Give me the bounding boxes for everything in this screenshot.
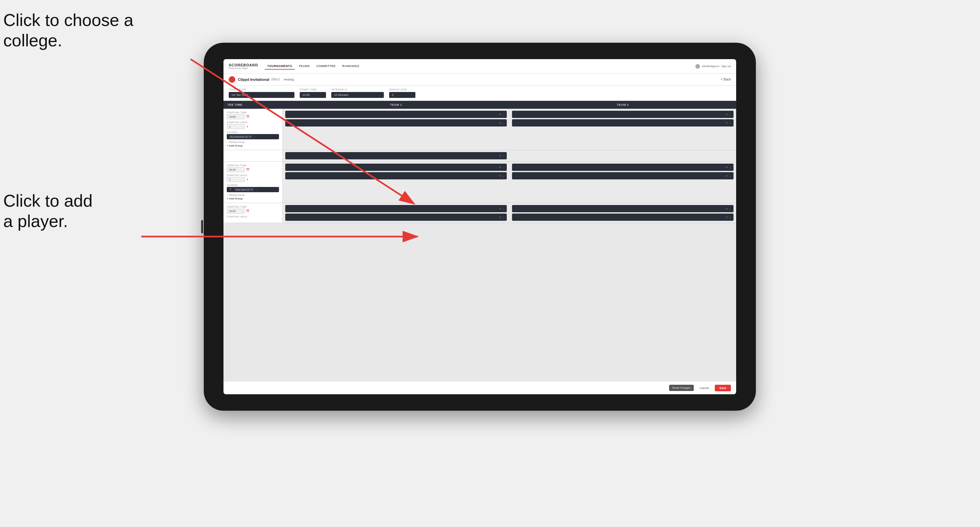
player-row-2-t2-1[interactable]: ✕ ⌄: [512, 163, 733, 171]
player-row-2-t1-1[interactable]: ✕ ⌄: [285, 163, 507, 171]
team1-cell-1b: ✕ ⌄: [283, 150, 509, 161]
side-button: [201, 220, 203, 233]
team1-cell-1: ✕ ⌄ ✕ ⌄: [283, 109, 509, 150]
remove-group-link-2[interactable]: ○ Remove Group: [227, 194, 279, 196]
time-input-row-3: ⏰: [227, 209, 279, 214]
player-add-row-1-1[interactable]: ✕ ⌄: [285, 111, 507, 118]
add-group-text-2: + Add Group: [227, 197, 243, 200]
reset-button[interactable]: Reset Changes: [669, 385, 694, 391]
nav-rankings[interactable]: RANKINGS: [339, 63, 362, 70]
logo-area: SCOREBOARD Powered by clippd: [229, 63, 258, 69]
start-time-input[interactable]: [300, 92, 326, 98]
col-tee-time: Tee Time: [223, 101, 283, 109]
annotation-1-line1: Click to choose a: [3, 11, 134, 30]
hole-input-row-1: ▼: [227, 124, 279, 129]
logo-sub: Powered by clippd: [229, 67, 258, 69]
player-add-row-2-2[interactable]: ✕ ⌄: [512, 119, 733, 127]
hole-input-2[interactable]: [227, 177, 245, 182]
player-d-3-t2-2: ⌄: [729, 216, 732, 219]
start-type-field: Start Type 1st Tee Start: [229, 88, 294, 98]
player-row-3-t1-1[interactable]: ✕ ⌄: [285, 205, 507, 212]
player-down-icon-1-2: ⌄: [503, 122, 505, 124]
tablet-screen: SCOREBOARD Powered by clippd TOURNAMENTS…: [223, 59, 736, 394]
nav-committee[interactable]: COMMITTEE: [314, 63, 339, 70]
add-group-link-1[interactable]: + Add Group: [227, 144, 279, 147]
sign-out-link[interactable]: Sign out: [721, 65, 731, 68]
player-x-icon-2-2: ✕: [725, 122, 728, 124]
player-x-2-t1-2: ✕: [499, 175, 501, 178]
intervals-label: Intervals: [331, 88, 384, 91]
save-button[interactable]: Save: [715, 385, 731, 391]
tournament-logo-icon: [229, 76, 235, 83]
back-link[interactable]: < Back: [721, 78, 731, 81]
annotation-2-line1: Click to add: [3, 191, 93, 210]
player-x-3-t1-1: ✕: [499, 207, 501, 210]
player-x-3-t1-2: ✕: [499, 216, 501, 219]
course-tag-2[interactable]: East Lake GC ✕: [234, 188, 254, 191]
course-tag-1[interactable]: (A) Peachtree GC ✕: [229, 135, 252, 138]
time-input-3[interactable]: [227, 209, 245, 214]
time-input-1[interactable]: [227, 114, 245, 119]
course-label-2: COURSE:: [227, 184, 279, 186]
annotation-2: Click to add a player.: [3, 190, 93, 232]
course-tag-text-1: (A) Peachtree GC: [230, 136, 248, 138]
cancel-button[interactable]: Cancel: [696, 385, 712, 391]
player-row-3-t1-2[interactable]: ✕ ⌄: [285, 214, 507, 221]
player-d-2-t2-1: ⌄: [729, 166, 732, 169]
clock-icon-1: ⏰: [246, 115, 250, 118]
player-d-3-t1-1: ⌄: [503, 207, 505, 210]
hole-chevron-1: ▼: [246, 125, 249, 128]
player-d-3-t1-2: ⌄: [503, 216, 505, 219]
player-row-2-t2-2[interactable]: ✕ ⌄: [512, 172, 733, 179]
table-row-2: STARTING TIME: ⏰ STARTING HOLE: ▼ COURSE…: [223, 162, 736, 203]
player-x-icon-2-1: ✕: [725, 113, 728, 116]
table-header: Tee Time Team 1 Team 2: [223, 101, 736, 109]
team2-cell-3: ✕ ⌄ ✕ ⌄: [509, 203, 736, 223]
start-type-select[interactable]: 1st Tee Start: [229, 92, 294, 98]
nav-tournaments[interactable]: TOURNAMENTS: [264, 63, 294, 70]
starting-hole-label-2: STARTING HOLE:: [227, 174, 279, 176]
table-row: STARTING TIME: ⏰ STARTING HOLE: ▼ COURSE…: [223, 109, 736, 150]
player-add-row-1b-1[interactable]: ✕ ⌄: [285, 152, 507, 159]
remove-group-link-1[interactable]: ○ Remove Group: [227, 141, 279, 143]
time-input-row-2: ⏰: [227, 167, 279, 172]
start-type-label: Start Type: [229, 88, 294, 91]
logo-text: SCOREBOARD: [229, 63, 258, 67]
add-group-link-2[interactable]: + Add Group: [227, 197, 279, 200]
course-tag-x-1[interactable]: ✕: [249, 135, 251, 138]
player-add-row-1-2[interactable]: ✕ ⌄: [285, 119, 507, 127]
group-size-input[interactable]: [389, 92, 415, 98]
player-add-row-2-1[interactable]: ✕ ⌄: [512, 111, 733, 118]
time-input-2[interactable]: [227, 167, 245, 172]
intervals-select[interactable]: 10 Minutes: [331, 92, 384, 98]
course-map-icon-2: 📍: [229, 188, 232, 191]
group-size-field: Group Size: [389, 88, 415, 98]
hole-input-1[interactable]: [227, 124, 245, 129]
player-row-3-t2-1[interactable]: ✕ ⌄: [512, 205, 733, 212]
table-row-1b: ✕ ⌄: [223, 150, 736, 162]
starting-time-label-3: STARTING TIME:: [227, 206, 279, 208]
annotation-1: Click to choose a college.: [3, 10, 134, 51]
annotation-2-line2: a player.: [3, 211, 68, 231]
player-row-2-t1-2[interactable]: ✕ ⌄: [285, 172, 507, 179]
nav-teams[interactable]: TEAMS: [296, 63, 313, 70]
course-chevron-2: ⌄: [255, 188, 258, 191]
starting-time-label: STARTING TIME:: [227, 111, 279, 114]
player-x-2-t2-2: ✕: [725, 175, 728, 178]
player-row-3-t2-2[interactable]: ✕ ⌄: [512, 214, 733, 221]
annotation-1-line2: college.: [3, 31, 62, 50]
scroll-area[interactable]: STARTING TIME: ⏰ STARTING HOLE: ▼ COURSE…: [223, 109, 736, 381]
tournament-gender: (Men): [271, 78, 280, 81]
team2-cell-1b: [509, 150, 736, 161]
col-team1: Team 1: [283, 101, 509, 109]
intervals-field: Intervals 10 Minutes: [331, 88, 384, 98]
player-down-icon-1-1: ⌄: [503, 113, 505, 116]
course-tag-x-2[interactable]: ✕: [251, 188, 253, 191]
user-area: blair@clippd.io Sign out: [695, 64, 731, 69]
player-down-icon-2-2: ⌄: [729, 122, 732, 124]
left-panel-3: STARTING TIME: ⏰ STARTING HOLE:: [223, 203, 283, 223]
left-panel-1b: [223, 150, 283, 161]
player-x-3-t2-2: ✕: [725, 216, 728, 219]
player-x-icon-1-1: ✕: [499, 113, 501, 116]
settings-row: Start Type 1st Tee Start Start Time Inte…: [223, 86, 736, 101]
